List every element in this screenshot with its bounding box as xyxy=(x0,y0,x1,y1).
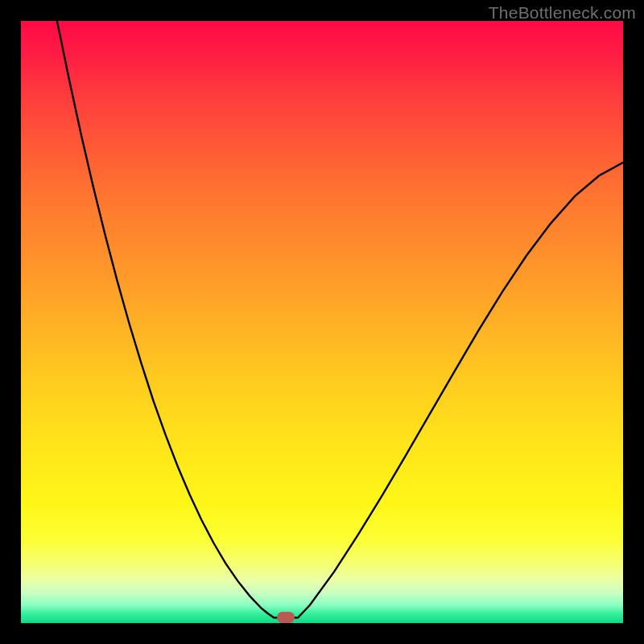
curve-path xyxy=(57,21,623,617)
plot-area xyxy=(21,21,623,623)
minimum-marker xyxy=(277,612,295,623)
chart-frame: TheBottleneck.com xyxy=(0,0,644,644)
bottleneck-curve xyxy=(21,21,623,623)
watermark-text: TheBottleneck.com xyxy=(489,3,636,23)
